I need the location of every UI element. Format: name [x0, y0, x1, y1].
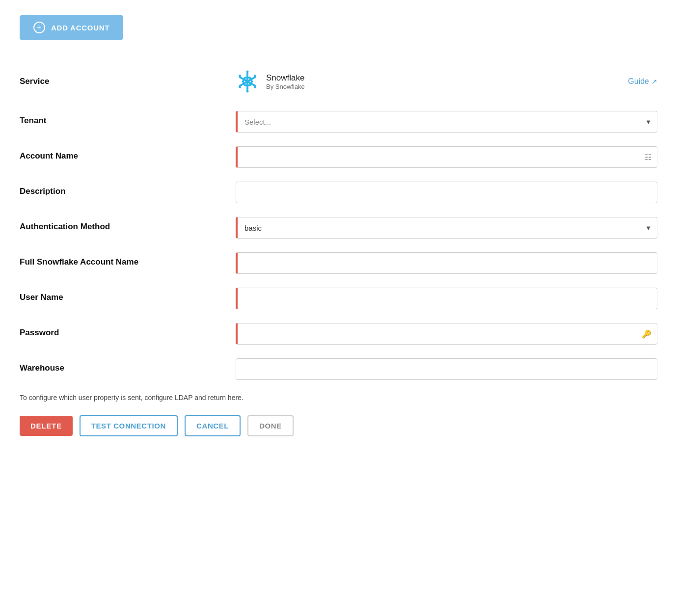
info-text: To configure which user property is sent… [20, 394, 657, 402]
svg-point-5 [239, 75, 241, 77]
warehouse-input[interactable] [236, 358, 657, 380]
full-account-name-row: Full Snowflake Account Name [20, 252, 657, 274]
auth-method-row: Authentication Method basic oauth keypai… [20, 217, 657, 239]
plus-icon: + [33, 22, 45, 33]
add-account-button[interactable]: + ADD ACCOUNT [20, 15, 123, 40]
password-row: Password 🔑 [20, 323, 657, 345]
description-row: Description [20, 182, 657, 203]
cancel-button[interactable]: CANCEL [185, 415, 241, 436]
password-control: 🔑 [236, 323, 657, 345]
full-account-name-control [236, 252, 657, 274]
svg-point-8 [239, 86, 241, 88]
account-name-row: Account Name ☷ [20, 146, 657, 168]
guide-link[interactable]: Guide ↗ [628, 77, 657, 86]
warehouse-control [236, 358, 657, 380]
button-row: DELETE TEST CONNECTION CANCEL DONE [20, 415, 657, 436]
svg-point-7 [254, 75, 256, 77]
service-info: Snowflake By Snowflake Guide ↗ [236, 70, 657, 93]
full-account-name-label: Full Snowflake Account Name [20, 252, 236, 267]
service-label: Service [20, 77, 236, 86]
guide-label: Guide [628, 77, 649, 86]
user-name-label: User Name [20, 288, 236, 302]
account-name-label: Account Name [20, 146, 236, 161]
svg-point-3 [246, 70, 249, 73]
password-label: Password [20, 323, 236, 338]
done-button[interactable]: DONE [247, 415, 294, 436]
password-input[interactable] [236, 323, 657, 345]
tenant-row: Tenant Select... ▼ [20, 111, 657, 133]
tenant-label: Tenant [20, 111, 236, 126]
description-input[interactable] [236, 182, 657, 203]
description-control [236, 182, 657, 203]
description-label: Description [20, 182, 236, 196]
user-name-control [236, 288, 657, 309]
account-name-input[interactable] [236, 146, 657, 168]
user-name-row: User Name [20, 288, 657, 309]
account-form: Service [20, 70, 657, 436]
account-name-control: ☷ [236, 146, 657, 168]
delete-button[interactable]: DELETE [20, 416, 73, 436]
warehouse-row: Warehouse [20, 358, 657, 380]
service-by: By Snowflake [266, 83, 305, 90]
service-name: Snowflake [266, 73, 305, 83]
external-link-icon: ↗ [651, 78, 657, 85]
auth-method-label: Authentication Method [20, 217, 236, 232]
auth-method-select[interactable]: basic oauth keypair [236, 217, 657, 239]
snowflake-logo-icon [236, 70, 259, 93]
service-name-block: Snowflake By Snowflake [266, 73, 305, 90]
tenant-control: Select... ▼ [236, 111, 657, 133]
warehouse-label: Warehouse [20, 358, 236, 373]
auth-method-control: basic oauth keypair ▼ [236, 217, 657, 239]
tenant-select[interactable]: Select... [236, 111, 657, 133]
user-name-input[interactable] [236, 288, 657, 309]
svg-point-6 [254, 86, 256, 88]
svg-point-4 [246, 90, 249, 93]
add-account-label: ADD ACCOUNT [51, 24, 109, 32]
test-connection-button[interactable]: TEST CONNECTION [80, 415, 178, 436]
service-row: Service [20, 70, 657, 93]
full-account-name-input[interactable] [236, 252, 657, 274]
